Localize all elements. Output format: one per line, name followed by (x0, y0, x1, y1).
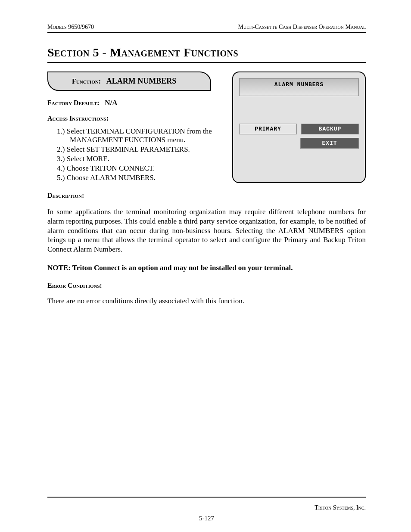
header-rule (47, 32, 366, 33)
section-title: Section 5 - Management Functions (47, 46, 366, 59)
screenshot-title: ALARM NUMBERS (239, 78, 359, 96)
error-conditions-label: Error Conditions: (47, 282, 366, 289)
factory-default-value: N/A (105, 99, 117, 107)
footer-page-number: 5-127 (47, 515, 366, 522)
header-left: Models 9650/9670 (47, 24, 94, 31)
backup-button[interactable]: BACKUP (301, 124, 359, 134)
footer-rule (47, 497, 366, 498)
access-instructions-label: Access Instructions: (47, 115, 109, 122)
description-label: Description: (47, 192, 366, 199)
error-conditions-text: There are no error conditions directly a… (47, 296, 366, 306)
footer-company: Triton Systems, Inc. (314, 504, 366, 511)
access-step: Choose TRITON CONNECT. (57, 164, 228, 173)
access-step: Select MORE. (57, 155, 228, 163)
note-text: NOTE: Triton Connect is an option and ma… (47, 264, 366, 272)
header-right: Multi-Cassette Cash Dispenser Operation … (238, 24, 366, 31)
terminal-screenshot: ALARM NUMBERS PRIMARY BACKUP EXIT (232, 72, 366, 183)
section-rule (47, 62, 366, 63)
function-header-box: Function: ALARM NUMBERS (47, 72, 211, 91)
primary-button[interactable]: PRIMARY (239, 124, 297, 134)
access-steps-list: Select TERMINAL CONFIGURATION from the M… (57, 127, 228, 182)
exit-button[interactable]: EXIT (300, 138, 359, 149)
function-label: Function: (72, 78, 101, 85)
access-step: Select TERMINAL CONFIGURATION from the M… (57, 127, 228, 144)
access-step: Choose ALARM NUMBERS. (57, 174, 228, 182)
description-text: In some applications the terminal monito… (47, 207, 366, 254)
factory-default-label: Factory Default: (47, 99, 100, 106)
access-step: Select SET TERMINAL PARAMETERS. (57, 145, 228, 154)
function-name: ALARM NUMBERS (106, 77, 177, 85)
